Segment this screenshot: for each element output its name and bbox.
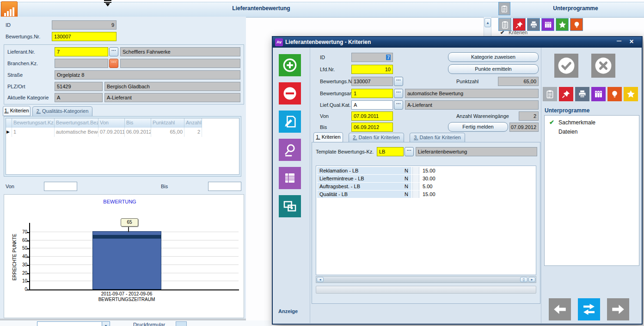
- scroll-up-icon[interactable]: ▲: [485, 18, 491, 27]
- criteria-row[interactable]: Reklamation - LB N 15.00: [316, 167, 536, 174]
- criteria-table[interactable]: Reklamation - LB N 15.00 Lieftermintreue…: [316, 166, 536, 275]
- grid-header[interactable]: Bewertungsart.Kz.: [12, 118, 55, 128]
- grid-cell[interactable]: 06.09.2012: [125, 128, 151, 137]
- grid-header[interactable]: Bis: [125, 118, 151, 128]
- grid-header[interactable]: Anzahl: [184, 118, 202, 128]
- druckformular-combobox[interactable]: ▼: [37, 321, 110, 326]
- kategorie-zuweisen-button[interactable]: Kategorie zuweisen: [448, 52, 539, 62]
- grid-cell[interactable]: 65,00: [151, 128, 184, 137]
- clipboard-icon[interactable]: [498, 18, 511, 31]
- swap-records-button[interactable]: [578, 298, 600, 320]
- next-record-button[interactable]: [607, 298, 629, 320]
- main-bis-input[interactable]: [208, 182, 241, 191]
- lieferant-field[interactable]: 7: [55, 47, 108, 56]
- dlg-bewertungsnr-field[interactable]: 130007: [351, 77, 393, 86]
- punkte-ermitteln-button[interactable]: Punkte ermitteln: [448, 64, 539, 74]
- main-bewertungsnr-field[interactable]: 130007: [52, 32, 117, 41]
- pushpin-icon[interactable]: [559, 87, 573, 101]
- binders-icon[interactable]: [541, 18, 554, 31]
- bewertungsartkz-lookup-button[interactable]: ···: [394, 89, 403, 98]
- bulb-icon[interactable]: [570, 18, 583, 31]
- criteria-status-bar: [316, 286, 536, 294]
- ok-button[interactable]: [554, 54, 578, 78]
- chart-bar-label-pointer: [128, 226, 129, 232]
- dlg-liefqualkat-field[interactable]: A: [351, 100, 393, 110]
- dlg-tab-daten-3[interactable]: 3. Daten für Kriterien: [410, 133, 465, 143]
- grid-cell[interactable]: automatische Bewer: [55, 128, 98, 137]
- bewertungsnr-lookup-button[interactable]: ···: [394, 77, 403, 86]
- cancel-button[interactable]: [591, 54, 615, 78]
- clipboard-icon[interactable]: [543, 87, 557, 101]
- branchen-name-field: [120, 59, 240, 68]
- dlg-von-field[interactable]: 07.09.2011: [351, 111, 393, 121]
- criteria-row[interactable]: Qualität - LB N 15.00: [316, 191, 536, 198]
- dlg-tab-daten-2[interactable]: 2. Daten für Kriterien: [349, 133, 404, 143]
- scroll-left-icon[interactable]: ◂: [317, 277, 324, 282]
- bulb-icon[interactable]: [607, 87, 622, 101]
- subprogram-listbox[interactable]: ✔ Sachmerkmale ✔ Dateien: [544, 115, 639, 266]
- lieferant-lookup-button[interactable]: ···: [109, 47, 118, 56]
- star-icon[interactable]: [556, 18, 569, 31]
- criteria-hscrollbar[interactable]: ◂ ▯ ▸: [316, 276, 536, 283]
- chart-bar[interactable]: [92, 231, 161, 289]
- scroll-right-icon[interactable]: ▸: [528, 277, 535, 282]
- fertig-melden-button[interactable]: Fertig melden: [448, 122, 508, 132]
- pushpin-icon[interactable]: [513, 18, 526, 31]
- grid-header[interactable]: Punktzahl: [151, 118, 184, 128]
- chart-x-axis-line: [29, 289, 239, 290]
- star-icon[interactable]: [624, 87, 638, 101]
- criteria-row[interactable]: Auftragsbest. - LB N 5.00: [316, 183, 536, 190]
- edit-button[interactable]: [279, 111, 301, 133]
- dlg-tab-kriterien[interactable]: 1. Kriterien: [313, 132, 343, 142]
- grid-header[interactable]: Von: [98, 118, 125, 128]
- dlg-bewertungsartkz-field[interactable]: 1: [351, 89, 393, 98]
- druckformular-flag-box[interactable]: [176, 321, 187, 326]
- delete-button[interactable]: [279, 82, 301, 105]
- chevron-down-icon[interactable]: ▼: [102, 322, 110, 326]
- plz-field: 51429: [55, 82, 103, 91]
- template-name-field: Lieferantenbewertung: [416, 147, 537, 156]
- dlg-lfdnr-field[interactable]: 10: [351, 65, 393, 74]
- list-button[interactable]: [279, 167, 301, 189]
- dlg-liefqualkat-label: Lief.Qual.Kat.: [320, 102, 351, 108]
- main-grid[interactable]: Bewertungsart.Kz. Bewertungsart.Bez. Von…: [6, 118, 239, 175]
- close-icon[interactable]: ✕: [626, 38, 637, 46]
- template-lookup-button[interactable]: ···: [405, 147, 414, 156]
- druckformular-label: Druckformular: [133, 322, 165, 326]
- main-tab-qualitaets-kategorien[interactable]: 2. Qualitäts-Kategorien: [32, 106, 92, 117]
- liefqualkat-lookup-button[interactable]: ···: [394, 100, 403, 110]
- main-von-input[interactable]: [44, 182, 77, 191]
- dialog-title: Lieferantenbewertung - Kriterien: [285, 39, 371, 45]
- search-button[interactable]: [279, 139, 301, 161]
- clipboard-icon[interactable]: [498, 2, 510, 15]
- subprogram-item-kriterien[interactable]: ✔ Kriterien: [500, 30, 527, 36]
- subprogram-item-dateien[interactable]: ✔ Dateien: [545, 127, 639, 136]
- branchen-field[interactable]: [55, 59, 108, 68]
- add-button[interactable]: [279, 54, 301, 76]
- punktzahl-label: Punktzahl: [456, 79, 478, 84]
- template-field[interactable]: LB: [377, 147, 404, 156]
- dialog-title-bar[interactable]: Av Lieferantenbewertung - Kriterien — ✕: [273, 37, 642, 48]
- dlg-bis-field[interactable]: 06.09.2012: [351, 123, 393, 132]
- scroll-thumb[interactable]: ▯: [520, 277, 527, 282]
- chart-y-tick-mark: [27, 240, 30, 241]
- criteria-row[interactable]: Lieftermintreue - LB N 30.00: [316, 175, 536, 182]
- main-tab-kriterien[interactable]: 1. Kriterien: [3, 106, 31, 116]
- grid-rowmarker-header: [6, 118, 12, 128]
- grid-cell[interactable]: 1: [12, 128, 55, 137]
- printer-icon[interactable]: [527, 18, 540, 31]
- dlg-liefqualkat-name-field: A-Lieferant: [405, 100, 539, 110]
- subprogram-item-sachmerkmale[interactable]: ✔ Sachmerkmale: [545, 118, 639, 127]
- chart-y-tick-mark: [27, 248, 30, 249]
- branchen-lookup-button[interactable]: ···: [109, 59, 118, 68]
- previous-record-button[interactable]: [549, 298, 571, 320]
- binders-icon[interactable]: [591, 87, 606, 101]
- printer-icon[interactable]: [575, 87, 589, 101]
- transfer-button[interactable]: [279, 195, 301, 217]
- grid-cell[interactable]: 07.09.2011: [98, 128, 125, 137]
- chart-y-tick-mark: [27, 273, 30, 274]
- grid-header[interactable]: Bewertungsart.Bez.: [55, 118, 98, 128]
- minimize-icon[interactable]: —: [614, 38, 624, 46]
- anzeige-label: Anzeige: [278, 308, 298, 314]
- grid-cell[interactable]: 2: [184, 128, 202, 137]
